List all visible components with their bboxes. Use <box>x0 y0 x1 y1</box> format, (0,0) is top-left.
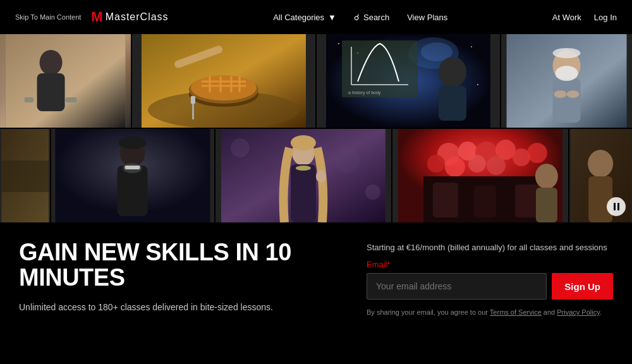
svg-point-64 <box>427 155 445 173</box>
svg-point-58 <box>316 170 326 183</box>
pie-image <box>132 34 315 128</box>
main-nav: Skip To Main Content M MasterClass All C… <box>0 0 632 34</box>
signup-button[interactable]: Sign Up <box>552 273 613 300</box>
svg-point-77 <box>588 150 613 178</box>
chevron-down-icon: ▼ <box>328 13 336 22</box>
nav-left: Skip To Main Content M MasterClass <box>15 9 169 25</box>
svg-point-40 <box>554 90 566 98</box>
svg-rect-49 <box>125 166 140 169</box>
gordon-image <box>0 34 131 128</box>
gallery-cell-kris[interactable] <box>51 129 214 222</box>
svg-point-11 <box>191 75 257 100</box>
instructor-gallery: a history of body <box>0 34 632 222</box>
svg-rect-3 <box>37 73 65 111</box>
svg-rect-37 <box>552 78 580 123</box>
email-label: Email* <box>367 260 613 269</box>
gallery-cell-ndt[interactable]: a history of body <box>317 34 500 128</box>
svg-rect-72 <box>474 186 496 217</box>
search-button[interactable]: ☌ Search <box>354 13 389 22</box>
all-categories-label: All Categories <box>273 13 324 22</box>
nav-center: All Categories ▼ ☌ Search View Plans <box>273 13 447 22</box>
svg-rect-56 <box>291 164 316 222</box>
svg-point-53 <box>365 185 380 200</box>
logo-icon: M <box>91 9 101 25</box>
search-label: Search <box>363 13 389 22</box>
hero-headline: GAIN NEW SKILLS IN 10 MINUTES <box>19 240 341 291</box>
svg-rect-5 <box>66 97 77 102</box>
login-link[interactable]: Log In <box>594 13 617 22</box>
svg-point-24 <box>471 46 472 47</box>
ndt-image: a history of body <box>317 34 500 128</box>
svg-point-68 <box>468 155 486 173</box>
terms-text: By sharing your email, you agree to our … <box>367 307 613 318</box>
pause-icon <box>614 203 619 210</box>
svg-point-46 <box>119 136 147 149</box>
svg-point-74 <box>535 164 558 189</box>
hero-subheadline: Unlimited access to 180+ classes deliver… <box>19 301 341 314</box>
kris-image <box>51 129 214 222</box>
svg-rect-4 <box>25 97 34 102</box>
hero-pricing: Starting at €16/month (billed annually) … <box>367 243 613 252</box>
svg-point-55 <box>291 135 316 150</box>
svg-point-66 <box>527 143 547 163</box>
gallery-row-1: a history of body <box>0 34 632 128</box>
svg-rect-78 <box>588 176 612 222</box>
signup-form: Sign Up <box>367 273 613 300</box>
svg-rect-29 <box>342 40 418 97</box>
logo[interactable]: M MasterClass <box>91 9 168 25</box>
logo-text: MasterClass <box>106 11 169 23</box>
at-work-link[interactable]: At Work <box>552 13 581 22</box>
terms-of-service-link[interactable]: Terms of Service <box>490 308 542 316</box>
svg-point-26 <box>477 84 478 85</box>
all-categories-menu[interactable]: All Categories ▼ <box>273 13 336 22</box>
svg-point-69 <box>487 156 506 175</box>
richard-image <box>501 34 632 128</box>
privacy-policy-link[interactable]: Privacy Policy <box>557 308 600 316</box>
email-input[interactable] <box>367 273 547 300</box>
nav-right: At Work Log In <box>552 13 617 22</box>
svg-point-33 <box>439 57 466 87</box>
gallery-cell-gordon[interactable] <box>0 34 131 128</box>
mariah-image <box>216 129 391 222</box>
pause-button[interactable] <box>607 197 626 216</box>
svg-point-41 <box>566 90 579 98</box>
svg-point-22 <box>338 43 339 44</box>
svg-rect-19 <box>191 96 195 104</box>
gallery-row-2 <box>0 129 632 222</box>
svg-point-2 <box>40 50 63 75</box>
hero-left: GAIN NEW SKILLS IN 10 MINUTES Unlimited … <box>19 240 341 318</box>
svg-point-67 <box>445 157 465 177</box>
svg-rect-1 <box>6 34 126 128</box>
skip-to-main[interactable]: Skip To Main Content <box>15 13 81 21</box>
svg-rect-75 <box>536 188 557 222</box>
view-plans-link[interactable]: View Plans <box>407 13 447 22</box>
gallery-cell-flowers[interactable] <box>392 129 568 222</box>
gallery-cell-cooking2[interactable] <box>0 129 50 222</box>
svg-point-51 <box>231 138 250 157</box>
svg-rect-43 <box>1 161 49 192</box>
gallery-cell-mariah[interactable] <box>216 129 391 222</box>
gallery-cell-music2[interactable] <box>569 129 632 222</box>
svg-rect-34 <box>439 86 466 121</box>
gallery-cell-richard[interactable] <box>501 34 632 128</box>
cooking2-image <box>0 129 50 222</box>
svg-point-57 <box>296 166 311 171</box>
svg-point-39 <box>552 48 580 58</box>
flowers-image <box>392 129 568 222</box>
gallery-cell-pie[interactable] <box>132 34 315 128</box>
hero-right: Starting at €16/month (billed annually) … <box>367 240 613 318</box>
svg-point-52 <box>335 148 360 173</box>
svg-rect-71 <box>433 183 458 217</box>
hero-section: GAIN NEW SKILLS IN 10 MINUTES Unlimited … <box>0 222 632 318</box>
svg-text:a history of body: a history of body <box>348 90 381 95</box>
search-icon: ☌ <box>354 13 360 22</box>
svg-point-38 <box>555 66 578 81</box>
required-indicator: * <box>387 260 391 269</box>
